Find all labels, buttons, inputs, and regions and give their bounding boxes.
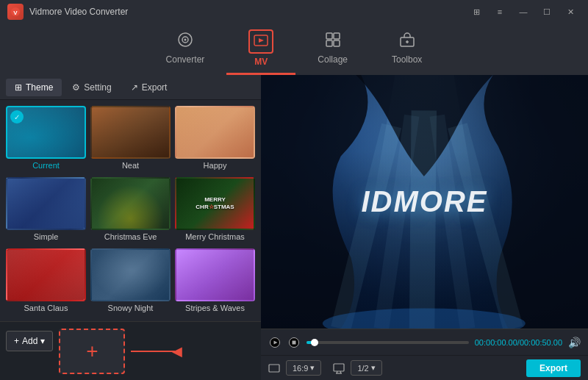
svg-rect-17 (269, 365, 279, 372)
add-dropdown-icon: ▾ (40, 336, 45, 346)
monitor-icon (333, 362, 345, 374)
subtab-export-label: Export (142, 82, 168, 93)
subtab-setting[interactable]: ⚙ Setting (63, 79, 120, 96)
arrow-line (131, 351, 175, 352)
setting-subtab-icon: ⚙ (72, 82, 80, 93)
time-display: 00:00:00.00/00:00:50.00 (475, 338, 562, 347)
left-panel: ⊞ Theme ⚙ Setting ↗ Export ✓ Current (0, 75, 261, 380)
theme-subtab-icon: ⊞ (15, 82, 22, 93)
ratio-label: 16:9 (293, 364, 308, 373)
theme-name-current: Current (32, 161, 60, 170)
mv-icon-wrap (248, 29, 273, 54)
svg-rect-8 (326, 40, 332, 46)
collage-icon (325, 32, 341, 51)
theme-item-santa[interactable]: Santa Claus (6, 248, 86, 315)
progress-bar[interactable] (306, 341, 469, 344)
theme-thumb-snowy (90, 248, 171, 301)
ratio-icon (268, 362, 280, 374)
minimize-button[interactable]: — (513, 4, 534, 20)
tab-toolbox-label: Toolbox (392, 54, 422, 65)
media-strip: + Add ▾ + ◀ (0, 321, 261, 380)
theme-name-snowy: Snowy Night (108, 304, 154, 312)
theme-item-simple[interactable]: Simple (6, 177, 86, 244)
svg-text:V: V (13, 10, 18, 16)
theme-name-christmas-eve: Christmas Eve (104, 232, 157, 241)
sub-tabs: ⊞ Theme ⚙ Setting ↗ Export (0, 75, 261, 100)
theme-item-current[interactable]: ✓ Current (6, 106, 86, 173)
theme-thumb-happy (175, 106, 255, 159)
tab-converter-label: Converter (166, 54, 205, 65)
subtab-theme-label: Theme (26, 82, 53, 93)
theme-item-neat[interactable]: Neat (90, 106, 171, 173)
toolbox-icon (399, 32, 415, 51)
volume-icon[interactable]: 🔊 (568, 337, 581, 348)
theme-name-happy: Happy (204, 161, 227, 170)
monitor-label: 1/2 (357, 364, 368, 373)
theme-thumb-neat (90, 106, 171, 159)
grid-button[interactable]: ⊞ (466, 4, 487, 20)
theme-item-merry-christmas[interactable]: MERRYCHR☆STMAS Merry Christmas (175, 177, 255, 244)
add-label: Add (22, 336, 37, 346)
svg-rect-7 (334, 33, 340, 39)
app-logo: V (7, 4, 24, 20)
monitor-button[interactable]: 1/2 ▾ (351, 360, 381, 376)
theme-grid: ✓ Current Neat Happy (0, 100, 261, 321)
theme-name-merry-christmas: Merry Christmas (185, 232, 245, 241)
theme-thumb-christmas-eve (90, 177, 171, 230)
tab-toolbox[interactable]: Toolbox (370, 26, 444, 73)
theme-thumb-current: ✓ (6, 106, 86, 159)
theme-item-snowy[interactable]: Snowy Night (90, 248, 171, 315)
tab-mv-label: MV (254, 57, 268, 67)
theme-name-santa: Santa Claus (24, 304, 68, 312)
stop-button[interactable] (287, 336, 301, 349)
ratio-dropdown-icon: ▾ (310, 363, 315, 373)
tab-mv[interactable]: MV (226, 24, 295, 75)
progress-dot (311, 339, 318, 346)
app-title: Vidmore Video Converter (29, 7, 128, 17)
theme-item-christmas-eve[interactable]: Christmas Eve (90, 177, 171, 244)
close-button[interactable]: ✕ (560, 4, 581, 20)
play-button[interactable] (268, 336, 282, 349)
svg-rect-6 (326, 33, 332, 39)
title-bar-controls: ⊞ ≡ — ☐ ✕ (466, 4, 581, 20)
video-preview: IDMORE (261, 75, 588, 329)
aspect-ratio-button[interactable]: 16:9 ▾ (286, 360, 321, 376)
add-media-button[interactable]: + Add ▾ (6, 331, 53, 351)
theme-thumb-merry-christmas: MERRYCHR☆STMAS (175, 177, 255, 230)
svg-rect-16 (293, 340, 296, 344)
add-icon: + (14, 336, 19, 346)
svg-rect-18 (334, 364, 344, 371)
theme-item-happy[interactable]: Happy (175, 106, 255, 173)
converter-icon (177, 32, 193, 51)
subtab-theme[interactable]: ⊞ Theme (6, 79, 62, 96)
theme-thumb-stripes (175, 248, 255, 301)
bottom-controls: 16:9 ▾ 1/2 ▾ Export (261, 355, 588, 380)
theme-name-simple: Simple (34, 232, 59, 241)
subtab-export[interactable]: ↗ Export (122, 79, 176, 96)
theme-item-stripes[interactable]: Stripes & Waves (175, 248, 255, 315)
video-controls: 00:00:00.00/00:00:50.00 🔊 (261, 329, 588, 355)
theme-thumb-simple (6, 177, 86, 230)
media-add-placeholder[interactable]: + (59, 329, 125, 374)
menu-button[interactable]: ≡ (490, 4, 510, 20)
subtab-setting-label: Setting (84, 82, 111, 93)
maximize-button[interactable]: ☐ (537, 4, 557, 20)
tab-collage[interactable]: Collage (295, 26, 370, 73)
svg-point-4 (184, 39, 186, 41)
title-bar: V Vidmore Video Converter ⊞ ≡ — ☐ ✕ (0, 0, 588, 24)
tab-converter[interactable]: Converter (144, 26, 227, 73)
theme-name-neat: Neat (122, 161, 139, 170)
right-panel: IDMORE 00:00:00.00/00:00:50.00 🔊 16:9 (261, 75, 588, 380)
monitor-dropdown-icon: ▾ (371, 363, 376, 373)
arrow-head-icon: ◀ (172, 343, 182, 359)
nav-tabs: Converter MV Collage (0, 24, 588, 75)
placeholder-plus-icon: + (86, 341, 98, 362)
export-button[interactable]: Export (526, 359, 581, 377)
tab-collage-label: Collage (318, 54, 348, 65)
theme-thumb-santa (6, 248, 86, 301)
title-bar-left: V Vidmore Video Converter (7, 4, 128, 20)
video-watermark: IDMORE (362, 185, 488, 218)
arrow-indicator: ◀ (131, 343, 182, 359)
main-area: ⊞ Theme ⚙ Setting ↗ Export ✓ Current (0, 75, 588, 380)
theme-name-stripes: Stripes & Waves (185, 304, 245, 312)
